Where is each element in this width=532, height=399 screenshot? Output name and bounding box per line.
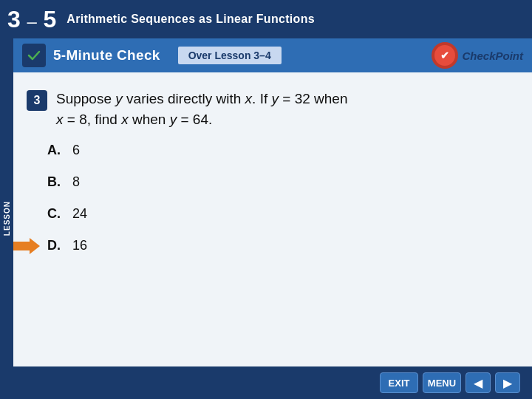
top-banner: 3 – 5 Arithmetic Sequences as Linear Fun… [0,0,532,38]
exit-button-label: EXIT [389,378,410,389]
check-bar-title: 5-Minute Check [53,47,160,64]
checkpoint-emblem-icon: ✔ [431,41,459,69]
exit-button[interactable]: EXIT [380,372,418,393]
answers-container: A. 6 B. 8 C. 24 D. 16 [27,143,514,253]
check-bar: 5-Minute Check Over Lesson 3–4 ✔ CheckPo… [13,38,532,72]
next-button[interactable]: ▶ [495,372,520,393]
answer-letter-c: C. [47,206,68,222]
answer-row-c: C. 24 [47,206,514,222]
menu-button[interactable]: MENU [423,372,461,393]
answer-value-b: 8 [72,174,80,190]
answer-letter-d: D. [47,238,68,253]
correct-answer-arrow-icon [13,238,40,254]
answer-value-a: 6 [72,143,80,158]
check-icon [22,44,46,67]
question-text: Suppose y varies directly with x. If y =… [56,89,347,129]
answer-letter-a: A. [47,143,68,158]
next-icon: ▶ [503,376,512,390]
answer-value-d: 16 [72,238,87,253]
answer-value-c: 24 [72,206,87,222]
svg-text:✔: ✔ [440,50,449,61]
prev-button[interactable]: ◀ [466,372,491,393]
checkpoint-logo: ✔ CheckPoint [431,41,523,69]
answer-letter-b: B. [47,174,68,190]
question-number-badge: 3 [27,90,47,111]
main-content: 5-Minute Check Over Lesson 3–4 ✔ CheckPo… [13,38,532,366]
menu-button-label: MENU [428,378,456,389]
over-lesson: Over Lesson 3–4 [178,47,282,64]
lesson-dash: – [22,11,42,32]
bottom-nav-bar: EXIT MENU ◀ ▶ [0,366,532,399]
lesson-number: 3 – 5 [7,6,56,33]
left-accent: LESSON [0,38,13,399]
answer-row-a: A. 6 [47,143,514,158]
answer-row-b: B. 8 [47,174,514,190]
checkpoint-text: CheckPoint [462,50,523,62]
lesson-3: 3 [7,6,21,33]
lesson-5: 5 [43,6,56,33]
answer-row-d: D. 16 [47,238,514,253]
vertical-lesson-label: LESSON [3,201,11,236]
prev-icon: ◀ [474,376,482,390]
svg-marker-4 [13,238,40,254]
question-area: 3 Suppose y varies directly with x. If y… [13,72,532,277]
lesson-title: Arithmetic Sequences as Linear Functions [66,13,315,26]
question-row: 3 Suppose y varies directly with x. If y… [27,89,514,129]
